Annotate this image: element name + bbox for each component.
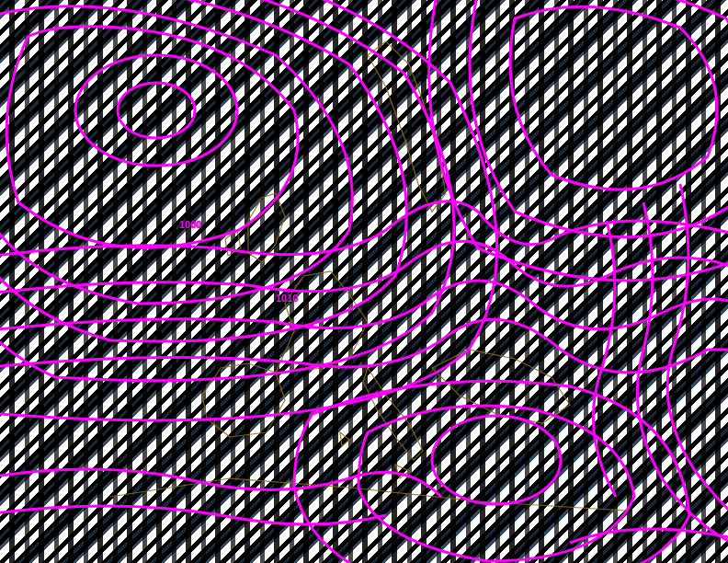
isobar-980 xyxy=(118,83,195,138)
isobar-layer xyxy=(0,0,728,563)
isobar-1014 xyxy=(0,241,728,294)
isobar-1010-s xyxy=(294,381,689,563)
isobar-1025 xyxy=(510,6,717,190)
isobar-1000 xyxy=(0,0,406,341)
isobar-bottom-1 xyxy=(0,469,441,497)
isobar-1016 xyxy=(0,281,728,331)
isobar-1000-s xyxy=(432,416,561,504)
isobar-995 xyxy=(0,6,352,304)
isobar-right-3 xyxy=(593,221,616,497)
isobar-bottom-2 xyxy=(0,506,386,524)
isobar-1010 xyxy=(0,0,497,420)
isobar-right-1 xyxy=(637,202,728,552)
weather-map: 10001010 xyxy=(0,0,728,563)
isobar-1020-ne xyxy=(429,0,728,281)
isobar-985 xyxy=(75,55,237,166)
isobar-1012 xyxy=(0,201,728,258)
